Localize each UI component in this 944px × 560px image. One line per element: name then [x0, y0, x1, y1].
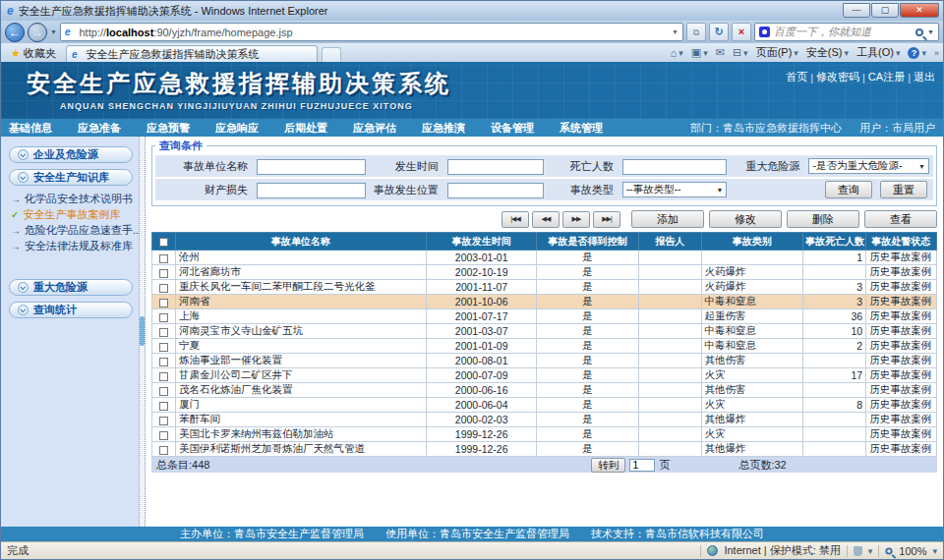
- property-loss-input[interactable]: [257, 183, 366, 198]
- new-tab-button[interactable]: [322, 47, 341, 62]
- protected-mode-icon[interactable]: [854, 546, 862, 556]
- reset-button[interactable]: 重置: [880, 181, 927, 198]
- compatibility-view-button[interactable]: ⧉: [686, 23, 706, 41]
- location-input[interactable]: [447, 183, 545, 198]
- table-row[interactable]: 河南灵宝市义寺山金矿五坑2001-03-07是中毒和窒息10历史事故案例: [152, 324, 937, 339]
- print-button[interactable]: ⊟▾: [733, 46, 748, 59]
- pager-prev-button[interactable]: ◀◀: [532, 211, 560, 228]
- sidebar-group-button[interactable]: 企业及危险源: [9, 146, 133, 163]
- nav-item[interactable]: 应急预警: [147, 121, 190, 136]
- row-checkbox[interactable]: [159, 313, 168, 322]
- toolbar-overflow-icon[interactable]: »: [934, 48, 939, 58]
- tools-menu[interactable]: 工具(O)▾: [856, 45, 900, 60]
- row-checkbox[interactable]: [159, 254, 168, 263]
- feeds-button[interactable]: ▣▾: [691, 46, 708, 59]
- search-box[interactable]: 百度一下，你就知道 ▼: [754, 23, 939, 41]
- view-button[interactable]: 查看: [864, 210, 937, 228]
- page-number-input[interactable]: [629, 459, 655, 472]
- close-button[interactable]: ✕: [900, 3, 939, 18]
- sidebar-item[interactable]: →安全法律法规及标准库: [9, 238, 133, 253]
- table-row[interactable]: 沧州2003-01-01是1历史事故案例: [152, 251, 937, 265]
- sidebar-group-button[interactable]: 查询统计: [9, 302, 133, 318]
- table-row[interactable]: 美国伊利诺斯州芝加哥炼油厂天然气管道1999-12-26是其他爆炸历史事故案例: [152, 442, 937, 457]
- occur-time-input[interactable]: [447, 159, 545, 175]
- chevron-down-icon[interactable]: ▾: [868, 546, 873, 556]
- address-dropdown-icon[interactable]: ▼: [672, 28, 678, 35]
- table-row[interactable]: 茂名石化炼油厂焦化装置2000-06-16是其他伤害历史事故案例: [152, 383, 937, 398]
- refresh-button[interactable]: ↻: [709, 23, 729, 41]
- header-link[interactable]: 退出: [914, 70, 935, 84]
- sidebar-item[interactable]: →化学品安全技术说明书: [9, 191, 133, 206]
- header-link[interactable]: 首页: [786, 70, 807, 84]
- delete-button[interactable]: 删除: [787, 210, 859, 228]
- splitter-collapse-handle[interactable]: [140, 316, 145, 346]
- row-checkbox[interactable]: [159, 284, 168, 293]
- pager-last-button[interactable]: ▶▶|: [593, 211, 620, 228]
- add-button[interactable]: 添加: [631, 210, 704, 228]
- page-menu[interactable]: 页面(P)▾: [756, 45, 798, 60]
- row-checkbox[interactable]: [159, 446, 168, 455]
- goto-page-button[interactable]: 转到: [591, 458, 625, 473]
- table-row[interactable]: 河南省2001-10-06是中毒和窒息3历史事故案例: [152, 295, 937, 309]
- search-dropdown-icon[interactable]: ▼: [927, 28, 934, 35]
- history-dropdown-icon[interactable]: ▼: [50, 28, 57, 35]
- sidebar-item[interactable]: →危险化学品应急速查手...: [9, 222, 133, 238]
- zoom-icon[interactable]: [886, 547, 893, 554]
- sidebar-item[interactable]: ✓安全生产事故案例库: [9, 206, 133, 222]
- nav-item[interactable]: 系统管理: [560, 121, 603, 136]
- stop-button[interactable]: ×: [732, 23, 751, 41]
- table-row[interactable]: 宁夏2001-01-09是中毒和窒息2历史事故案例: [152, 339, 937, 354]
- zoom-dropdown-icon[interactable]: ▾: [932, 546, 937, 556]
- read-mail-button[interactable]: ✉: [716, 46, 725, 59]
- table-row[interactable]: 河北省廊坊市2002-10-19是火药爆炸历史事故案例: [152, 265, 937, 280]
- sidebar-group-button[interactable]: 安全生产知识库: [9, 169, 133, 186]
- search-button[interactable]: 查询: [825, 181, 872, 198]
- table-row[interactable]: 重庆长风化一车间二苯甲酮工段二号光化釜2001-11-07是火药爆炸3历史事故案…: [152, 280, 937, 295]
- unit-name-input[interactable]: [257, 159, 366, 175]
- table-row[interactable]: 炼油事业部一催化装置2000-08-01是其他伤害历史事故案例: [152, 354, 937, 368]
- minimize-button[interactable]: —: [843, 3, 870, 18]
- row-checkbox[interactable]: [159, 402, 168, 411]
- major-hazard-select[interactable]: -是否为重大危险源-▼: [808, 158, 929, 174]
- pager-next-button[interactable]: ▶▶: [562, 211, 590, 228]
- table-row[interactable]: 上海2001-07-17是起重伤害36历史事故案例: [152, 309, 937, 324]
- row-checkbox[interactable]: [159, 417, 168, 425]
- row-checkbox[interactable]: [159, 358, 168, 366]
- row-checkbox[interactable]: [159, 387, 168, 396]
- row-checkbox[interactable]: [159, 431, 168, 440]
- row-checkbox[interactable]: [159, 299, 168, 308]
- nav-item[interactable]: 应急响应: [215, 121, 259, 136]
- header-link[interactable]: 修改密码: [816, 70, 859, 84]
- search-magnifier-icon[interactable]: [915, 28, 923, 36]
- forward-button[interactable]: →: [28, 23, 47, 42]
- pager-first-button[interactable]: |◀◀: [502, 211, 529, 228]
- maximize-button[interactable]: ▢: [871, 3, 899, 18]
- table-row[interactable]: 厦门2000-06-04是火灾8历史事故案例: [152, 398, 937, 413]
- nav-item[interactable]: 后期处置: [284, 121, 327, 136]
- address-field[interactable]: e http://localhost:90/yjzh/frame/homepag…: [60, 23, 683, 41]
- row-checkbox[interactable]: [159, 372, 168, 381]
- table-row[interactable]: 苯酐车间2000-02-03是其他爆炸历史事故案例: [152, 413, 937, 427]
- nav-item[interactable]: 应急推演: [422, 121, 465, 136]
- table-row[interactable]: 甘肃金川公司二矿区井下2000-07-09是火灾17历史事故案例: [152, 368, 937, 383]
- row-checkbox[interactable]: [159, 343, 168, 352]
- back-button[interactable]: ←: [5, 23, 25, 42]
- nav-item[interactable]: 应急准备: [78, 121, 121, 136]
- safety-menu[interactable]: 安全(S)▾: [806, 45, 849, 60]
- help-menu[interactable]: ?▾: [908, 47, 926, 59]
- home-button[interactable]: ⌂▾: [671, 47, 683, 59]
- header-link[interactable]: CA注册: [868, 70, 905, 84]
- splitter[interactable]: [139, 137, 146, 527]
- browser-tab[interactable]: e 安全生产应急救援指挥辅助决策系统: [66, 45, 318, 62]
- accident-type-select[interactable]: --事故类型--▼: [622, 182, 728, 197]
- nav-item[interactable]: 应急评估: [353, 121, 396, 136]
- select-all-checkbox[interactable]: [159, 238, 168, 247]
- sidebar-group-button[interactable]: 重大危险源: [9, 279, 133, 296]
- table-row[interactable]: 美国北卡罗来纳州韦兹伯勒加油站1999-12-26是火灾历史事故案例: [152, 427, 937, 442]
- modify-button[interactable]: 修改: [709, 210, 782, 228]
- nav-item[interactable]: 设备管理: [491, 121, 534, 136]
- deaths-input[interactable]: [622, 159, 728, 175]
- row-checkbox[interactable]: [159, 269, 168, 278]
- favorites-button[interactable]: ★ 收藏夹: [5, 45, 62, 62]
- nav-item[interactable]: 基础信息: [9, 121, 52, 136]
